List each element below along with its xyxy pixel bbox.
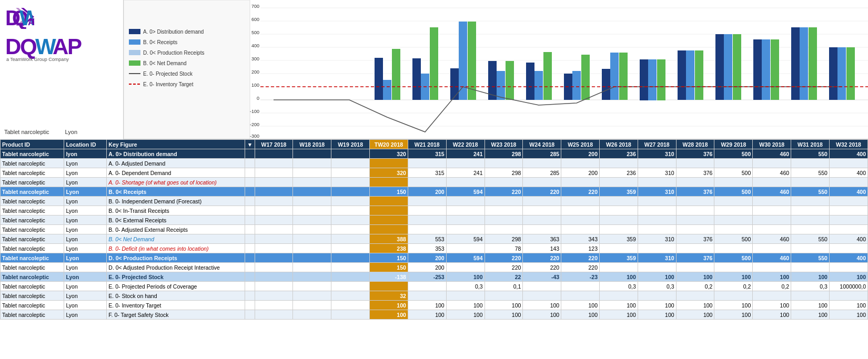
svg-rect-82 — [695, 50, 703, 100]
table-row: Tablet narcolepticLyonE. 0- Projected St… — [1, 272, 868, 282]
svg-rect-56 — [678, 50, 686, 100]
col-w26: W26 2018 — [599, 140, 638, 149]
svg-text:-300: -300 — [250, 134, 259, 139]
svg-text:-100: -100 — [250, 109, 259, 114]
table-row: Tablet narcolepticLyonB. 0< Receipts1502… — [1, 187, 868, 197]
svg-rect-52 — [526, 63, 534, 100]
table-row: Tablet narcolepticLyonD. 0< Production R… — [1, 253, 868, 263]
col-w29: W29 2018 — [714, 140, 753, 149]
svg-rect-73 — [837, 47, 846, 100]
svg-marker-12 — [82, 35, 92, 44]
svg-rect-50 — [450, 68, 459, 100]
col-w28: W28 2018 — [676, 140, 714, 149]
svg-text:B. 0< Net Demand: B. 0< Net Demand — [143, 60, 187, 66]
svg-text:P: P — [32, 17, 34, 27]
svg-rect-15 — [129, 29, 140, 34]
logo-area: D Q W A P D Q W A P — [5, 5, 100, 62]
col-w19: W19 2018 — [331, 140, 370, 149]
table-row: Tablet narcolepticLyonE. 0- Inventory Ta… — [1, 301, 868, 310]
svg-rect-60 — [829, 47, 837, 100]
svg-text:600: 600 — [251, 17, 259, 22]
table-row: Tablet narcolepticLyonB. 0- Deficit (in … — [1, 244, 868, 253]
svg-rect-68 — [648, 59, 657, 100]
svg-rect-19 — [129, 50, 140, 55]
frozen-product: Tablet narcoleptic — [4, 129, 49, 135]
table-row: Tablet narcolepticLyonB. 0- Independent … — [1, 197, 868, 206]
svg-rect-80 — [619, 53, 628, 100]
col-location-id[interactable]: Location ID — [64, 140, 107, 149]
data-table: Product ID Location ID Key Figure ▼ W17 … — [0, 139, 868, 320]
svg-rect-17 — [129, 39, 140, 45]
svg-rect-49 — [412, 58, 421, 100]
svg-rect-86 — [846, 47, 855, 100]
table-row: Tablet narcolepticLyonB. 0- Adjusted Ext… — [1, 225, 868, 234]
svg-rect-69 — [686, 50, 694, 100]
table-row: Tablet narcolepticLyonD. 0< Adjusted Pro… — [1, 263, 868, 272]
table-row: Tablet narcolepticLyonA. 0- Shortage (of… — [1, 178, 868, 187]
svg-rect-81 — [657, 59, 665, 100]
logo-subtitle: a TeamWork Group Company — [6, 57, 69, 62]
svg-rect-77 — [506, 61, 514, 100]
col-key-figure[interactable]: Key Figure — [107, 140, 245, 149]
svg-rect-21 — [129, 60, 140, 66]
svg-rect-61 — [383, 80, 391, 100]
frozen-label: Tablet narcoleptic Lyon — [4, 129, 77, 135]
svg-rect-74 — [392, 49, 400, 100]
logo-icon: D Q W A P — [5, 5, 34, 29]
svg-text:D. 0< Production Receipts: D. 0< Production Receipts — [143, 50, 204, 56]
col-w24: W24 2018 — [523, 140, 561, 149]
svg-rect-79 — [581, 55, 590, 100]
svg-rect-14 — [124, 0, 250, 139]
chart-area: A. 0> Distribution demand B. 0< Receipts… — [124, 0, 868, 139]
table-row: Tablet narcolepticLyonE. 0- Stock on han… — [1, 291, 868, 301]
svg-text:D: D — [5, 34, 21, 59]
svg-rect-83 — [733, 34, 741, 100]
svg-rect-63 — [459, 22, 467, 100]
svg-rect-57 — [715, 34, 724, 100]
svg-text:E. 0- Projected Stock: E. 0- Projected Stock — [143, 71, 193, 77]
svg-text:500: 500 — [251, 30, 259, 35]
svg-text:Q: Q — [20, 34, 37, 59]
col-tw20: TW20 2018 — [370, 140, 408, 149]
col-filter[interactable]: ▼ — [245, 140, 255, 149]
svg-rect-85 — [809, 27, 817, 100]
col-w32: W32 2018 — [829, 140, 867, 149]
svg-rect-78 — [543, 52, 552, 100]
svg-rect-84 — [771, 39, 779, 100]
chart-svg: A. 0> Distribution demand B. 0< Receipts… — [124, 0, 868, 139]
col-w30: W30 2018 — [753, 140, 791, 149]
svg-rect-48 — [375, 58, 383, 100]
table-row: Tablet narcolepticlyonA. 0> Distribution… — [1, 149, 868, 159]
col-product-id[interactable]: Product ID — [1, 140, 64, 149]
svg-rect-71 — [762, 39, 770, 100]
logo-svg: D Q W A P — [5, 31, 100, 60]
table-row: Tablet narcolepticLyonF. 0- Target Safet… — [1, 310, 868, 320]
table-row: Tablet narcolepticLyonE. 0- Projected Pe… — [1, 282, 868, 291]
table-container: Product ID Location ID Key Figure ▼ W17 … — [0, 139, 868, 359]
header-panel: D Q W A P D Q W A P — [0, 0, 124, 139]
svg-rect-58 — [753, 39, 762, 100]
svg-rect-55 — [640, 59, 648, 100]
svg-marker-13 — [85, 33, 96, 43]
svg-rect-72 — [800, 27, 808, 100]
svg-rect-75 — [430, 27, 438, 100]
col-w18: W18 2018 — [293, 140, 331, 149]
svg-rect-67 — [610, 53, 619, 100]
table-row: Tablet narcolepticLyonB. 0< External Rec… — [1, 216, 868, 225]
table-row: Tablet narcolepticLyonA. 0- Adjusted Dem… — [1, 159, 868, 168]
col-w31: W31 2018 — [791, 140, 830, 149]
svg-text:0: 0 — [257, 96, 259, 101]
table-row: Tablet narcolepticLyonB. 0< In-Transit R… — [1, 206, 868, 216]
frozen-location: Lyon — [65, 129, 77, 135]
col-w25: W25 2018 — [561, 140, 600, 149]
col-w22: W22 2018 — [446, 140, 485, 149]
svg-text:400: 400 — [251, 43, 259, 48]
svg-text:700: 700 — [251, 4, 259, 9]
svg-text:300: 300 — [251, 56, 259, 61]
table-row: Tablet narcolepticLyonA. 0- Dependent De… — [1, 168, 868, 178]
svg-text:200: 200 — [251, 69, 259, 75]
svg-rect-70 — [724, 34, 732, 100]
col-w27: W27 2018 — [638, 140, 676, 149]
svg-text:100: 100 — [251, 83, 259, 88]
svg-text:E. 0- Inventory Target: E. 0- Inventory Target — [143, 81, 194, 87]
